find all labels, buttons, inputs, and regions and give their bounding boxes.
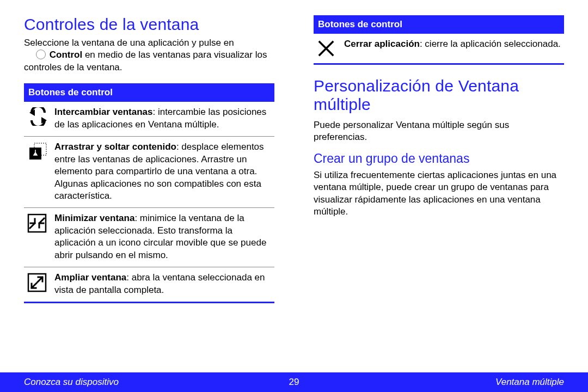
table-row: Intercambiar ventanas: intercambie las p…: [24, 102, 274, 136]
intro-paragraph: Seleccione la ventana de una aplicación …: [24, 37, 274, 74]
table-row: Minimizar ventana: minimice la ventana d…: [24, 207, 274, 267]
row-bold: Intercambiar ventanas: [54, 107, 152, 117]
row-bold: Cerrar aplicación: [344, 39, 420, 49]
close-icon: [317, 38, 344, 58]
table-row: Cerrar aplicación: cierre la aplicación …: [314, 34, 564, 63]
footer-left: Conozca su dispositivo: [24, 377, 119, 388]
minimize-icon: [27, 212, 54, 261]
table-header-left: Botones de control: [24, 83, 274, 102]
left-column: Controles de la ventana Seleccione la ve…: [0, 0, 294, 392]
row-bold: Minimizar ventana: [54, 213, 134, 223]
row-text: Minimizar ventana: minimice la ventana d…: [54, 212, 271, 261]
subsection-title-group: Crear un grupo de ventanas: [314, 151, 564, 166]
page: Controles de la ventana Seleccione la ve…: [0, 0, 588, 392]
intro-text-before: Seleccione la ventana de una aplicación …: [24, 38, 234, 48]
footer-page-number: 29: [289, 377, 299, 388]
table-row: Arrastrar y soltar contenido: desplace e…: [24, 136, 274, 207]
maximize-icon: [27, 272, 54, 296]
table-header-right: Botones de control: [314, 15, 564, 34]
group-paragraph: Si utiliza frecuentemente ciertas aplica…: [314, 169, 564, 218]
row-text: Intercambiar ventanas: intercambie las p…: [54, 106, 271, 131]
row-bold: Arrastrar y soltar contenido: [54, 142, 176, 152]
footer-right: Ventana múltiple: [495, 377, 564, 388]
right-column: Botones de control Cerrar aplicación: ci…: [294, 0, 588, 392]
customize-paragraph: Puede personalizar Ventana múltiple segú…: [314, 119, 564, 144]
page-footer: Conozca su dispositivo 29 Ventana múltip…: [0, 372, 588, 392]
row-bold: Ampliar ventana: [54, 272, 126, 283]
row-rest: : cierre la aplicación seleccionada.: [420, 39, 561, 49]
section-title-controls: Controles de la ventana: [24, 15, 274, 34]
control-circle-icon: [36, 50, 46, 59]
row-text: Cerrar aplicación: cierre la aplicación …: [344, 38, 561, 58]
swap-windows-icon: [27, 106, 54, 131]
controls-table-right: Cerrar aplicación: cierre la aplicación …: [314, 34, 564, 65]
controls-table-left: Intercambiar ventanas: intercambie las p…: [24, 102, 274, 303]
section-title-customize: Personalización de Ventana múltiple: [314, 77, 564, 114]
row-text: Ampliar ventana: abra la ventana selecci…: [54, 272, 271, 296]
row-text: Arrastrar y soltar contenido: desplace e…: [54, 141, 271, 202]
intro-bold: Control: [50, 50, 82, 60]
drag-drop-icon: [27, 141, 54, 202]
table-row: Ampliar ventana: abra la ventana selecci…: [24, 267, 274, 302]
